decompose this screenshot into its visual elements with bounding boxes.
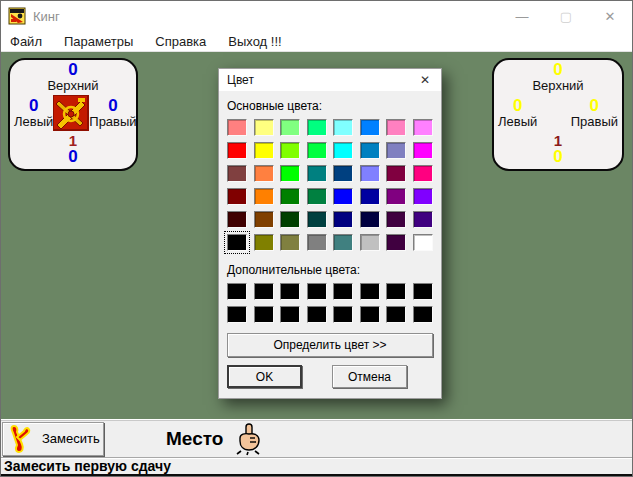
color-swatch[interactable] xyxy=(360,234,380,251)
color-swatch[interactable] xyxy=(280,142,300,159)
bottom-toolbar: Замесить Место xyxy=(1,419,632,457)
score-left: 0 xyxy=(29,97,38,115)
color-swatch[interactable] xyxy=(386,119,406,136)
color-swatch[interactable] xyxy=(413,211,433,228)
color-swatch[interactable] xyxy=(386,188,406,205)
score-right: 0 xyxy=(590,97,599,115)
place-label: Место xyxy=(166,428,223,450)
color-dialog-title: Цвет xyxy=(227,73,254,87)
color-swatch[interactable] xyxy=(413,283,433,300)
color-swatch[interactable] xyxy=(254,142,274,159)
color-swatch[interactable] xyxy=(360,283,380,300)
color-swatch[interactable] xyxy=(413,119,433,136)
close-button[interactable]: ✕ xyxy=(588,1,632,31)
color-swatch[interactable] xyxy=(413,234,433,251)
score-right: 0 xyxy=(108,97,117,115)
label-top: Верхний xyxy=(532,79,583,93)
app-icon xyxy=(8,7,26,25)
color-swatch[interactable] xyxy=(413,188,433,205)
color-swatch[interactable] xyxy=(360,188,380,205)
color-swatch[interactable] xyxy=(413,165,433,182)
define-custom-color-button[interactable]: Определить цвет >> xyxy=(227,333,433,357)
color-swatch[interactable] xyxy=(227,283,247,300)
color-swatch[interactable] xyxy=(386,165,406,182)
color-swatch[interactable] xyxy=(227,234,247,251)
color-swatch[interactable] xyxy=(307,234,327,251)
color-swatch[interactable] xyxy=(386,142,406,159)
color-swatch[interactable] xyxy=(333,142,353,159)
color-swatch[interactable] xyxy=(307,283,327,300)
color-swatch[interactable] xyxy=(280,211,300,228)
menu-exit[interactable]: Выход !!! xyxy=(228,34,281,49)
basic-colors-label: Основные цвета: xyxy=(227,99,433,113)
color-swatch[interactable] xyxy=(307,165,327,182)
basic-colors-grid xyxy=(227,119,433,251)
color-swatch[interactable] xyxy=(227,188,247,205)
shuffle-icon xyxy=(8,424,34,454)
color-swatch[interactable] xyxy=(227,306,247,323)
label-left: Левый xyxy=(14,115,53,129)
menu-file[interactable]: Файл xyxy=(10,34,42,49)
color-swatch[interactable] xyxy=(360,119,380,136)
color-swatch[interactable] xyxy=(360,306,380,323)
color-swatch[interactable] xyxy=(227,211,247,228)
color-swatch[interactable] xyxy=(333,119,353,136)
color-swatch[interactable] xyxy=(386,306,406,323)
status-text: Замесить первую сдачу xyxy=(4,458,171,474)
color-swatch[interactable] xyxy=(280,306,300,323)
label-right: Правый xyxy=(89,115,136,129)
score-bottom: 0 xyxy=(553,148,562,166)
color-swatch[interactable] xyxy=(254,234,274,251)
color-swatch[interactable] xyxy=(254,283,274,300)
color-swatch[interactable] xyxy=(254,211,274,228)
label-top: Верхний xyxy=(47,79,98,93)
status-bar: Замесить первую сдачу xyxy=(1,457,632,476)
color-swatch[interactable] xyxy=(360,211,380,228)
panel-center-spacer xyxy=(537,94,570,132)
game-table: 0 Верхний 0 Левый xyxy=(1,52,632,419)
cancel-button[interactable]: Отмена xyxy=(332,365,407,388)
color-swatch[interactable] xyxy=(307,188,327,205)
color-swatch[interactable] xyxy=(333,234,353,251)
menu-options[interactable]: Параметры xyxy=(64,34,133,49)
card-back-icon xyxy=(53,95,89,131)
color-swatch[interactable] xyxy=(307,142,327,159)
color-swatch[interactable] xyxy=(307,119,327,136)
color-swatch[interactable] xyxy=(333,211,353,228)
color-swatch[interactable] xyxy=(280,119,300,136)
color-swatch[interactable] xyxy=(307,306,327,323)
color-swatch[interactable] xyxy=(413,306,433,323)
color-swatch[interactable] xyxy=(254,306,274,323)
color-swatch[interactable] xyxy=(307,211,327,228)
score-bottom: 0 xyxy=(68,148,77,166)
color-swatch[interactable] xyxy=(386,211,406,228)
color-swatch[interactable] xyxy=(227,142,247,159)
ok-button[interactable]: OK xyxy=(227,365,302,388)
color-swatch[interactable] xyxy=(386,234,406,251)
color-swatch[interactable] xyxy=(254,119,274,136)
color-swatch[interactable] xyxy=(280,234,300,251)
color-swatch[interactable] xyxy=(254,188,274,205)
color-swatch[interactable] xyxy=(280,188,300,205)
color-swatch[interactable] xyxy=(360,165,380,182)
menu-help[interactable]: Справка xyxy=(155,34,206,49)
color-swatch[interactable] xyxy=(280,165,300,182)
color-swatch[interactable] xyxy=(386,283,406,300)
color-swatch[interactable] xyxy=(227,165,247,182)
pointing-hand-icon xyxy=(233,422,265,456)
maximize-button[interactable]: ▢ xyxy=(544,1,588,31)
color-swatch[interactable] xyxy=(333,306,353,323)
color-swatch[interactable] xyxy=(254,165,274,182)
shuffle-button[interactable]: Замесить xyxy=(2,422,104,456)
color-swatch[interactable] xyxy=(333,165,353,182)
color-swatch[interactable] xyxy=(413,142,433,159)
color-swatch[interactable] xyxy=(227,119,247,136)
color-swatch[interactable] xyxy=(360,142,380,159)
color-swatch[interactable] xyxy=(333,188,353,205)
shuffle-button-label: Замесить xyxy=(42,431,100,446)
color-swatch[interactable] xyxy=(280,283,300,300)
color-swatch[interactable] xyxy=(333,283,353,300)
minimize-button[interactable]: — xyxy=(500,1,544,31)
app-window: Кинг — ▢ ✕ Файл Параметры Справка Выход … xyxy=(0,0,633,477)
dialog-close-icon[interactable]: ✕ xyxy=(409,69,441,91)
